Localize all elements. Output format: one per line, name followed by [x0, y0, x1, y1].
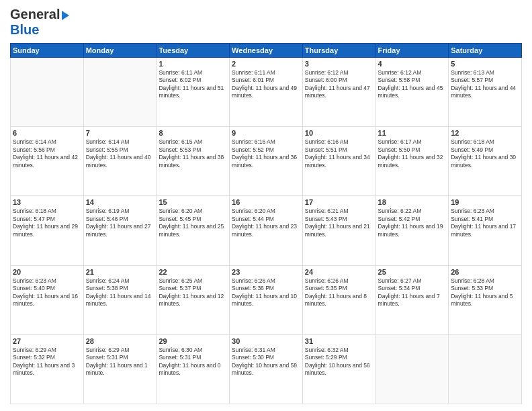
calendar-cell: 10Sunrise: 6:16 AM Sunset: 5:51 PM Dayli… — [302, 127, 375, 196]
calendar-cell: 8Sunrise: 6:15 AM Sunset: 5:53 PM Daylig… — [157, 127, 230, 196]
weekday-header-row: SundayMondayTuesdayWednesdayThursdayFrid… — [11, 44, 522, 58]
day-info: Sunrise: 6:26 AM Sunset: 5:36 PM Dayligh… — [232, 277, 300, 308]
day-info: Sunrise: 6:12 AM Sunset: 5:58 PM Dayligh… — [378, 69, 447, 100]
day-number: 10 — [305, 129, 373, 137]
day-info: Sunrise: 6:21 AM Sunset: 5:43 PM Dayligh… — [305, 208, 373, 238]
week-row-3: 13Sunrise: 6:18 AM Sunset: 5:47 PM Dayli… — [11, 196, 522, 265]
day-info: Sunrise: 6:17 AM Sunset: 5:50 PM Dayligh… — [378, 138, 447, 169]
day-number: 19 — [451, 198, 519, 206]
calendar-cell: 31Sunrise: 6:32 AM Sunset: 5:29 PM Dayli… — [302, 334, 375, 404]
day-number: 3 — [305, 60, 373, 68]
calendar-cell: 11Sunrise: 6:17 AM Sunset: 5:50 PM Dayli… — [375, 127, 449, 196]
calendar-cell: 3Sunrise: 6:12 AM Sunset: 6:00 PM Daylig… — [302, 58, 375, 127]
calendar-cell: 24Sunrise: 6:26 AM Sunset: 5:35 PM Dayli… — [302, 265, 375, 334]
calendar-cell: 27Sunrise: 6:29 AM Sunset: 5:32 PM Dayli… — [11, 334, 84, 404]
weekday-header-thursday: Thursday — [302, 44, 375, 58]
calendar-cell: 13Sunrise: 6:18 AM Sunset: 5:47 PM Dayli… — [11, 196, 84, 265]
day-number: 9 — [232, 129, 300, 137]
day-number: 25 — [378, 268, 447, 276]
day-number: 18 — [378, 198, 447, 206]
calendar-cell — [11, 58, 84, 127]
day-info: Sunrise: 6:28 AM Sunset: 5:33 PM Dayligh… — [451, 277, 519, 308]
day-number: 14 — [86, 198, 154, 206]
day-number: 1 — [159, 60, 227, 68]
calendar-cell: 28Sunrise: 6:29 AM Sunset: 5:31 PM Dayli… — [83, 334, 157, 404]
calendar-cell: 16Sunrise: 6:20 AM Sunset: 5:44 PM Dayli… — [230, 196, 303, 265]
day-number: 21 — [86, 268, 154, 276]
calendar-cell: 5Sunrise: 6:13 AM Sunset: 5:57 PM Daylig… — [449, 58, 522, 127]
calendar-cell: 15Sunrise: 6:20 AM Sunset: 5:45 PM Dayli… — [157, 196, 230, 265]
day-info: Sunrise: 6:19 AM Sunset: 5:46 PM Dayligh… — [86, 208, 154, 238]
day-info: Sunrise: 6:25 AM Sunset: 5:37 PM Dayligh… — [159, 277, 227, 308]
day-info: Sunrise: 6:20 AM Sunset: 5:45 PM Dayligh… — [159, 208, 227, 238]
day-info: Sunrise: 6:14 AM Sunset: 5:55 PM Dayligh… — [86, 138, 154, 169]
day-info: Sunrise: 6:29 AM Sunset: 5:31 PM Dayligh… — [86, 347, 154, 377]
calendar-cell: 14Sunrise: 6:19 AM Sunset: 5:46 PM Dayli… — [83, 196, 157, 265]
day-number: 8 — [159, 129, 227, 137]
day-info: Sunrise: 6:24 AM Sunset: 5:38 PM Dayligh… — [86, 277, 154, 308]
day-info: Sunrise: 6:32 AM Sunset: 5:29 PM Dayligh… — [305, 347, 373, 377]
day-info: Sunrise: 6:13 AM Sunset: 5:57 PM Dayligh… — [451, 69, 519, 100]
day-info: Sunrise: 6:18 AM Sunset: 5:47 PM Dayligh… — [13, 208, 81, 238]
day-number: 5 — [451, 60, 519, 68]
weekday-header-monday: Monday — [83, 44, 157, 58]
calendar-cell: 19Sunrise: 6:23 AM Sunset: 5:41 PM Dayli… — [449, 196, 522, 265]
calendar-cell: 29Sunrise: 6:30 AM Sunset: 5:31 PM Dayli… — [157, 334, 230, 404]
logo-general: General — [10, 7, 60, 22]
day-number: 15 — [159, 198, 227, 206]
calendar-cell: 25Sunrise: 6:27 AM Sunset: 5:34 PM Dayli… — [375, 265, 449, 334]
logo-blue: Blue — [10, 22, 39, 37]
week-row-1: 1Sunrise: 6:11 AM Sunset: 6:02 PM Daylig… — [11, 58, 522, 127]
week-row-2: 6Sunrise: 6:14 AM Sunset: 5:56 PM Daylig… — [11, 127, 522, 196]
calendar-cell: 12Sunrise: 6:18 AM Sunset: 5:49 PM Dayli… — [449, 127, 522, 196]
logo-arrow-icon — [62, 11, 69, 20]
day-number: 31 — [305, 337, 373, 345]
weekday-header-sunday: Sunday — [11, 44, 84, 58]
day-info: Sunrise: 6:30 AM Sunset: 5:31 PM Dayligh… — [159, 347, 227, 377]
calendar-cell: 1Sunrise: 6:11 AM Sunset: 6:02 PM Daylig… — [157, 58, 230, 127]
day-number: 17 — [305, 198, 373, 206]
day-number: 6 — [13, 129, 81, 137]
day-info: Sunrise: 6:12 AM Sunset: 6:00 PM Dayligh… — [305, 69, 373, 100]
calendar-cell: 26Sunrise: 6:28 AM Sunset: 5:33 PM Dayli… — [449, 265, 522, 334]
calendar-cell: 4Sunrise: 6:12 AM Sunset: 5:58 PM Daylig… — [375, 58, 449, 127]
day-info: Sunrise: 6:14 AM Sunset: 5:56 PM Dayligh… — [13, 138, 81, 169]
day-info: Sunrise: 6:27 AM Sunset: 5:34 PM Dayligh… — [378, 277, 447, 308]
day-number: 29 — [159, 337, 227, 345]
calendar-cell — [83, 58, 157, 127]
day-number: 23 — [232, 268, 300, 276]
calendar-cell: 22Sunrise: 6:25 AM Sunset: 5:37 PM Dayli… — [157, 265, 230, 334]
day-number: 13 — [13, 198, 81, 206]
calendar-cell: 17Sunrise: 6:21 AM Sunset: 5:43 PM Dayli… — [302, 196, 375, 265]
day-info: Sunrise: 6:11 AM Sunset: 6:01 PM Dayligh… — [232, 69, 300, 100]
logo: General Blue — [10, 7, 69, 38]
calendar-cell: 2Sunrise: 6:11 AM Sunset: 6:01 PM Daylig… — [230, 58, 303, 127]
calendar-cell: 20Sunrise: 6:23 AM Sunset: 5:40 PM Dayli… — [11, 265, 84, 334]
day-number: 22 — [159, 268, 227, 276]
calendar-cell — [375, 334, 449, 404]
day-number: 12 — [451, 129, 519, 137]
day-number: 20 — [13, 268, 81, 276]
day-number: 11 — [378, 129, 447, 137]
day-info: Sunrise: 6:23 AM Sunset: 5:40 PM Dayligh… — [13, 277, 81, 308]
day-info: Sunrise: 6:16 AM Sunset: 5:51 PM Dayligh… — [305, 138, 373, 169]
day-info: Sunrise: 6:15 AM Sunset: 5:53 PM Dayligh… — [159, 138, 227, 169]
day-info: Sunrise: 6:23 AM Sunset: 5:41 PM Dayligh… — [451, 208, 519, 238]
week-row-4: 20Sunrise: 6:23 AM Sunset: 5:40 PM Dayli… — [11, 265, 522, 334]
page: General Blue SundayMondayTuesdayWednesda… — [0, 0, 532, 411]
day-info: Sunrise: 6:26 AM Sunset: 5:35 PM Dayligh… — [305, 277, 373, 308]
day-number: 27 — [13, 337, 81, 345]
day-number: 24 — [305, 268, 373, 276]
day-info: Sunrise: 6:31 AM Sunset: 5:30 PM Dayligh… — [232, 347, 300, 377]
day-info: Sunrise: 6:16 AM Sunset: 5:52 PM Dayligh… — [232, 138, 300, 169]
day-info: Sunrise: 6:29 AM Sunset: 5:32 PM Dayligh… — [13, 347, 81, 377]
day-number: 28 — [86, 337, 154, 345]
weekday-header-saturday: Saturday — [449, 44, 522, 58]
calendar-cell: 9Sunrise: 6:16 AM Sunset: 5:52 PM Daylig… — [230, 127, 303, 196]
day-info: Sunrise: 6:20 AM Sunset: 5:44 PM Dayligh… — [232, 208, 300, 238]
calendar-cell: 21Sunrise: 6:24 AM Sunset: 5:38 PM Dayli… — [83, 265, 157, 334]
calendar-cell: 30Sunrise: 6:31 AM Sunset: 5:30 PM Dayli… — [230, 334, 303, 404]
week-row-5: 27Sunrise: 6:29 AM Sunset: 5:32 PM Dayli… — [11, 334, 522, 404]
calendar-cell: 7Sunrise: 6:14 AM Sunset: 5:55 PM Daylig… — [83, 127, 157, 196]
day-info: Sunrise: 6:18 AM Sunset: 5:49 PM Dayligh… — [451, 138, 519, 169]
